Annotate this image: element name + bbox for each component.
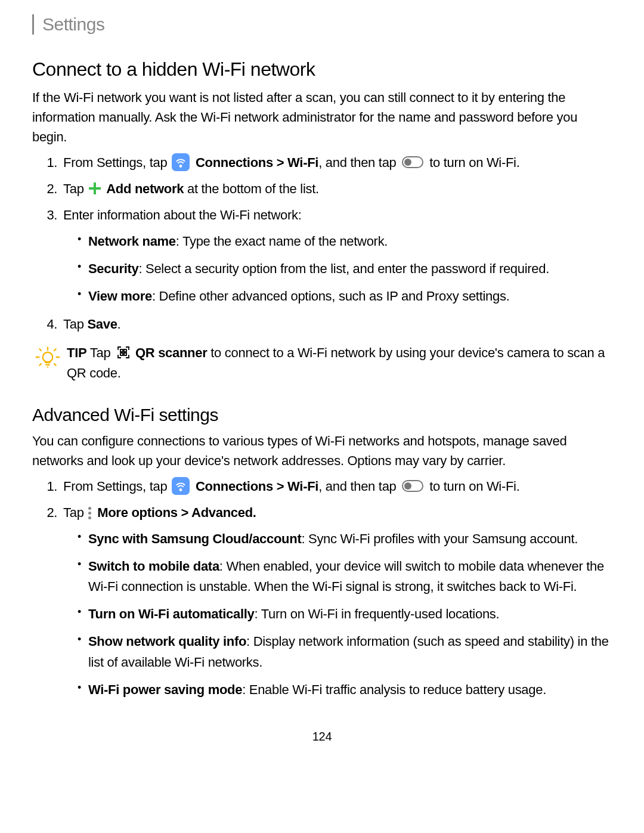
adv-step-2: Tap More options > Advanced. Sync with S…	[61, 503, 612, 700]
toggle-off-icon	[402, 480, 423, 492]
section2-intro: You can configure connections to various…	[32, 431, 612, 470]
network-info-bullets: Network name: Type the exact name of the…	[63, 231, 612, 306]
bullet-view-more: View more: Define other advanced options…	[78, 286, 612, 306]
section-intro: If the Wi-Fi network you want is not lis…	[32, 88, 612, 147]
bullet-auto-wifi: Turn on Wi-Fi automatically: Turn on Wi-…	[78, 604, 612, 624]
step-1: From Settings, tap Connections > Wi-Fi, …	[61, 153, 612, 173]
svg-rect-4	[124, 353, 126, 355]
toggle-off-icon	[402, 156, 423, 168]
step-2: Tap Add network at the bottom of the lis…	[61, 179, 612, 199]
wifi-icon	[172, 477, 190, 495]
bullet-network-name: Network name: Type the exact name of the…	[78, 231, 612, 252]
section-heading-advanced: Advanced Wi-Fi settings	[32, 405, 612, 425]
plus-icon	[88, 182, 101, 195]
step-3: Enter information about the Wi-Fi networ…	[61, 205, 612, 306]
tip-block: TIP Tap QR scanner to connect to a Wi-Fi…	[35, 343, 612, 383]
qr-icon	[116, 345, 131, 360]
step-4: Tap Save.	[61, 314, 612, 335]
adv-step-1: From Settings, tap Connections > Wi-Fi, …	[61, 476, 612, 497]
lightbulb-icon	[35, 344, 61, 370]
section-heading-hidden-network: Connect to a hidden Wi-Fi network	[32, 58, 612, 80]
bullet-sync: Sync with Samsung Cloud/account: Sync Wi…	[78, 529, 612, 549]
hidden-network-steps: From Settings, tap Connections > Wi-Fi, …	[32, 153, 612, 335]
page-number: 124	[32, 730, 612, 744]
bullet-quality: Show network quality info: Display netwo…	[78, 631, 612, 672]
bullet-power-saving: Wi-Fi power saving mode: Enable Wi-Fi tr…	[78, 680, 612, 700]
tip-text: TIP Tap QR scanner to connect to a Wi-Fi…	[67, 343, 612, 383]
page-header-title: Settings	[42, 14, 104, 34]
advanced-bullets: Sync with Samsung Cloud/account: Sync Wi…	[63, 529, 612, 700]
page-header: Settings	[32, 14, 612, 35]
wifi-icon	[172, 153, 190, 171]
svg-rect-2	[124, 349, 126, 352]
svg-rect-1	[120, 349, 123, 352]
bullet-security: Security: Select a security option from …	[78, 259, 612, 279]
more-options-icon	[88, 507, 91, 519]
svg-rect-3	[120, 353, 123, 355]
bullet-switch-mobile: Switch to mobile data: When enabled, you…	[78, 556, 612, 597]
advanced-steps: From Settings, tap Connections > Wi-Fi, …	[32, 476, 612, 700]
svg-point-0	[43, 352, 53, 362]
